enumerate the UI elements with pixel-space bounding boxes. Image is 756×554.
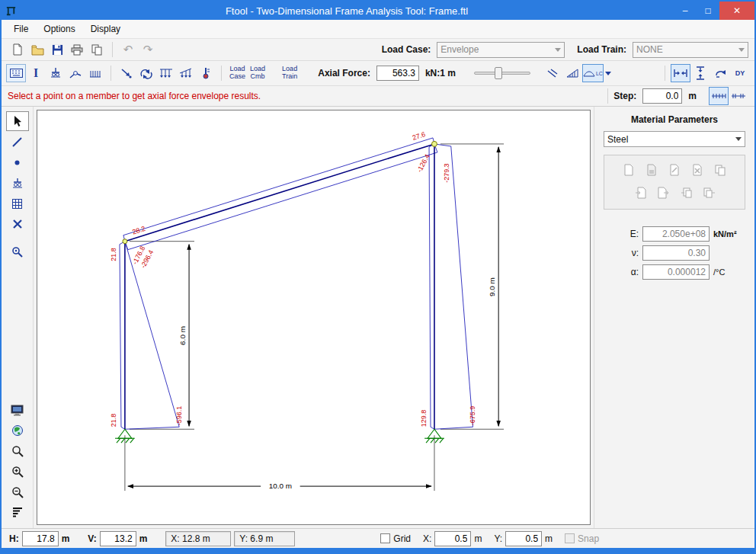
open-file-button[interactable] xyxy=(27,40,47,59)
elasticity-input[interactable] xyxy=(642,226,710,242)
load-case-dropdown[interactable]: Envelope xyxy=(437,42,565,58)
right-joint-node[interactable] xyxy=(432,141,437,146)
page-arrow-out-icon xyxy=(658,187,669,199)
brush-icon xyxy=(11,246,24,258)
material-parameters-panel: Material Parameters Steel xyxy=(594,107,754,528)
member-refine-button[interactable] xyxy=(85,64,105,82)
load-case-panel-button[interactable]: Load Case xyxy=(227,63,248,83)
fit-horizontal-button[interactable] xyxy=(671,64,690,82)
thermal-load-button[interactable] xyxy=(196,64,216,82)
panel-title: Material Parameters xyxy=(604,114,745,125)
nodal-load-button[interactable] xyxy=(117,64,136,82)
toolbar-separator xyxy=(665,66,665,81)
grid-y-input[interactable] xyxy=(505,531,542,546)
material-delete-button[interactable] xyxy=(688,162,706,178)
minimize-button[interactable]: – xyxy=(674,2,697,20)
undo-button[interactable]: ↶ xyxy=(118,40,138,59)
load-combination-button[interactable]: Load Cmb xyxy=(248,63,267,83)
maximize-button[interactable]: □ xyxy=(697,2,719,20)
poisson-input[interactable] xyxy=(642,245,710,261)
beam-member[interactable] xyxy=(125,144,434,242)
section-properties-button[interactable]: I xyxy=(26,64,46,82)
step-input[interactable] xyxy=(642,88,682,104)
new-file-button[interactable] xyxy=(8,40,27,59)
material-dropdown[interactable]: Steel xyxy=(604,131,745,147)
horizontal-arrows-icon xyxy=(674,69,687,78)
select-mode-button[interactable] xyxy=(6,111,29,131)
material-new-button[interactable] xyxy=(620,162,638,178)
material-export-button[interactable] xyxy=(654,184,672,201)
fit-vertical-button[interactable] xyxy=(690,64,710,82)
step-mode-uniform-button[interactable] xyxy=(709,87,729,105)
material-export-all-button[interactable] xyxy=(700,184,718,201)
v-input[interactable] xyxy=(100,531,136,546)
diagram-scale-slider[interactable] xyxy=(474,66,530,81)
support-mode-button[interactable] xyxy=(6,173,29,193)
delete-button[interactable] xyxy=(6,214,29,234)
uniform-load-button[interactable] xyxy=(156,64,176,82)
hinge-button[interactable] xyxy=(66,64,85,82)
menu-file[interactable]: File xyxy=(6,21,36,37)
thermal-coeff-input[interactable] xyxy=(642,264,710,280)
step-mode-free-button[interactable] xyxy=(729,87,748,105)
left-joint-node[interactable] xyxy=(123,239,127,244)
print-button[interactable] xyxy=(67,40,87,59)
grid-mode-button[interactable] xyxy=(6,194,29,213)
axial-force-scale-input[interactable] xyxy=(376,66,419,81)
envelope-dropdown-button[interactable] xyxy=(604,64,613,82)
scale-bars-icon xyxy=(12,507,23,519)
keyboard-input-button[interactable] xyxy=(6,64,26,82)
title-bar[interactable]: Ftool - Two-Dimensional Frame Analysis T… xyxy=(2,2,754,20)
zoom-out-button[interactable] xyxy=(6,482,29,502)
material-copy-button[interactable] xyxy=(711,162,729,178)
save-file-button[interactable] xyxy=(47,40,67,59)
envelope-display-button[interactable]: LC xyxy=(582,64,604,82)
zoom-in-button[interactable] xyxy=(6,462,29,482)
slider-thumb[interactable] xyxy=(495,67,502,79)
chevron-down-icon xyxy=(555,48,561,52)
uniform-ticks-icon xyxy=(711,92,726,100)
pages-copy-icon xyxy=(715,164,726,176)
material-import-all-button[interactable] xyxy=(677,184,695,201)
insert-member-button[interactable] xyxy=(6,132,29,152)
dimension-extension-lines xyxy=(125,144,504,491)
redo-button[interactable]: ↷ xyxy=(138,40,158,59)
transform-mode-button[interactable] xyxy=(6,242,29,262)
snap-checkbox[interactable] xyxy=(565,533,575,543)
menu-display[interactable]: Display xyxy=(83,21,128,37)
material-save-button[interactable] xyxy=(642,162,661,178)
zoom-window-button[interactable] xyxy=(6,441,29,461)
diagram-fill-button[interactable] xyxy=(562,64,582,82)
model-canvas[interactable]: 21.8 21.8 -596.1 -279.3 129.8 -675.9 28.… xyxy=(37,110,591,525)
poisson-label: ν: xyxy=(626,248,639,258)
support-conditions-button[interactable] xyxy=(46,64,66,82)
dynamic-view-button[interactable]: DY xyxy=(730,64,750,82)
load-train-dropdown[interactable]: NONE xyxy=(633,42,748,58)
i-section-icon: I xyxy=(34,66,38,80)
insert-node-button[interactable] xyxy=(6,152,29,172)
scale-display-button[interactable] xyxy=(6,503,29,523)
diagram-values-button[interactable] xyxy=(543,64,562,82)
menu-options[interactable]: Options xyxy=(36,21,82,37)
elasticity-label: E: xyxy=(626,229,639,239)
screen-refresh-button[interactable] xyxy=(6,400,29,420)
close-button[interactable]: ✕ xyxy=(719,2,754,20)
rotate-view-button[interactable] xyxy=(710,64,730,82)
material-rename-button[interactable] xyxy=(665,162,684,178)
grid-checkbox[interactable] xyxy=(380,533,390,543)
full-view-button[interactable] xyxy=(6,421,29,440)
linear-load-button[interactable] xyxy=(176,64,196,82)
load-train-panel-button[interactable]: Load Train xyxy=(280,63,300,83)
frame-drawing[interactable]: 21.8 21.8 -596.1 -279.3 129.8 -675.9 28.… xyxy=(37,110,590,524)
zoom-in-icon xyxy=(11,466,24,478)
svg-text:27.6: 27.6 xyxy=(412,130,427,142)
material-import-button[interactable] xyxy=(631,184,649,201)
grid-x-input[interactable] xyxy=(434,531,471,546)
copy-button[interactable] xyxy=(87,40,107,59)
page-edit-icon xyxy=(669,164,680,176)
h-input[interactable] xyxy=(22,531,59,546)
moment-load-button[interactable] xyxy=(136,64,156,82)
distributed-load-icon xyxy=(159,68,173,79)
monitor-icon xyxy=(11,405,24,416)
svg-text:-126.4: -126.4 xyxy=(415,153,431,174)
